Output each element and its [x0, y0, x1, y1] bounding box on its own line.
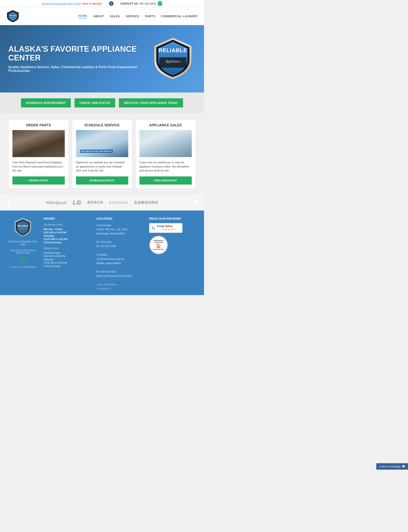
anc-sat: Saturday: [43, 234, 92, 237]
hero-text: ALASKA'S FAVORITE APPLIANCE CENTER Quali…: [8, 45, 144, 73]
nav-service[interactable]: SERVICE: [126, 15, 139, 18]
google-rating-info: Google Rating 4.7 ★★★★½: [157, 225, 176, 231]
nav-links: HOME ABOUT SALES SERVICE PARTS COMMERCIA…: [78, 14, 198, 18]
was-mf: Monday-Friday: [43, 251, 92, 254]
nav-sales[interactable]: SALES: [110, 15, 120, 18]
footer: RELIABLE Appliance Servicing Anchorage s…: [0, 211, 204, 295]
logo-shield-icon: RELIABLE Appliance: [6, 9, 20, 23]
footer-location-col: LOCATION In Anchorage: 1200 E 76th Ave.,…: [96, 217, 145, 291]
recycle-icon: ♻: [6, 255, 39, 265]
bosch-brand: BOSCH: [88, 200, 103, 205]
order-parts-image: [12, 130, 65, 157]
check-job-status-button[interactable]: CHECK JOB STATUS: [75, 98, 115, 107]
schedule-track-button[interactable]: SCHEDULE/TRACK: [76, 177, 128, 185]
homeadvisor-badge[interactable]: SCREENED &APPROVED 🏠 HomeAdvisor: [149, 236, 168, 254]
recycle-appliance-button[interactable]: RECYCLE YOUR APPLIANCE TODAY: [119, 98, 183, 107]
schedule-service-card: SCHEDULE SERVICE Right from our website …: [72, 119, 132, 188]
google-g-icon: G: [152, 225, 155, 231]
anc-ph: PH: 522.4041: [96, 240, 145, 244]
appliance-sales-image: [139, 130, 192, 157]
nav-parts[interactable]: PARTS: [145, 15, 155, 18]
separator: [105, 2, 106, 5]
nav-commercial[interactable]: COMMERCIAL LAUNDRY: [161, 15, 198, 18]
google-stars: ★★★★½: [162, 228, 176, 231]
nav-about[interactable]: ABOUT: [93, 15, 104, 18]
anc-addr1: 1200 E 76th Ave., Ste. 1204: [96, 227, 145, 231]
wasilla-text: Now in Wasilla!: [82, 2, 102, 5]
nav-home[interactable]: HOME: [78, 14, 87, 18]
was-header: In Wasilla:: [96, 253, 145, 257]
anc-mf-hours: 8:00 AM to 5:00 PM: [43, 231, 92, 234]
schedule-service-title: SCHEDULE SERVICE: [84, 124, 119, 127]
brands-list: Whirlpool LG BOSCH Electrolux SAMSUNG: [11, 199, 193, 206]
footer-recycle-title: RELIABLE APPLIANCE RECYCLING: [6, 249, 39, 254]
google-rating-label: Google Rating: [157, 225, 176, 227]
order-parts-button[interactable]: ORDER PARTS: [12, 177, 65, 185]
recycle-icon[interactable]: ♻: [158, 1, 162, 6]
sales-image-bg: [139, 130, 192, 157]
svg-text:Appliance: Appliance: [19, 228, 26, 230]
footer-logo: RELIABLE Appliance: [12, 217, 33, 238]
electrolux-brand: Electrolux: [109, 201, 128, 204]
appliance-sales-desc: Come visit our warehouse or view our app…: [139, 160, 192, 173]
hero-logo: RELIABLE Appliance: [150, 35, 196, 82]
anchorage-label: Anchorage Hours: [43, 223, 92, 226]
was-sun: Closed Sunday: [43, 265, 92, 268]
hero-subtitle: Quality Appliance Service, Sales, Commer…: [8, 65, 144, 73]
parts-image-bg: [12, 130, 65, 157]
wasilla-hours: Wasilla Hours Monday-Friday 9:00 AM to 5…: [43, 247, 92, 268]
facebook-icon[interactable]: f: [109, 1, 113, 6]
main-nav: RELIABLE Appliance HOME ABOUT SALES SERV…: [0, 7, 204, 25]
svg-text:Appliance: Appliance: [11, 17, 15, 18]
google-rating-badge[interactable]: G Google Rating 4.7 ★★★★½: [149, 223, 182, 233]
anc-sat-hours: 10:00 AM to 2:00 PM: [43, 238, 92, 241]
anc-mf: Monday - Friday: [43, 228, 92, 231]
logo[interactable]: RELIABLE Appliance: [6, 9, 20, 23]
was-ph: PH: 907.522.4071: [96, 270, 145, 274]
ha-screened-text: SCREENED &APPROVED: [153, 239, 164, 243]
google-rating-number: 4.7: [157, 227, 162, 231]
was-ph-note: (Must hit the prompt for SALES): [96, 274, 145, 278]
map-directions-link[interactable]: » Map & Directions: [96, 283, 117, 286]
footer-reviews-title: READ OUR REVIEWS: [149, 217, 198, 220]
footer-serving: Servicing Anchorage since 1995: [6, 240, 39, 246]
was-sat-hours: 10:00 AM to 2:00 PM: [43, 261, 92, 264]
appliance-sales-card: APPLIANCE SALES Come visit our warehouse…: [136, 119, 196, 188]
anchorage-hours: Anchorage Hours Monday - Friday 8:00 AM …: [43, 223, 92, 244]
anc-fx: FX: 907.522.4036: [96, 244, 145, 248]
anc-sun: Closed Sunday: [43, 241, 92, 244]
was-mf-hours: 9:00 AM to 5:00 PM: [43, 255, 92, 258]
contact-us-footer-link[interactable]: » Contact Us: [96, 287, 110, 290]
phone-number: 907.522.4041: [139, 2, 156, 5]
hero-title: ALASKA'S FAVORITE APPLIANCE CENTER: [8, 45, 144, 62]
svg-text:RELIABLE: RELIABLE: [18, 225, 28, 227]
footer-hours-col: HOURS Anchorage Hours Monday - Friday 8:…: [43, 217, 92, 291]
anchorage-location: In Anchorage: 1200 E 76th Ave., Ste. 120…: [96, 223, 145, 291]
footer-location-title: LOCATION: [96, 217, 145, 220]
order-parts-title: ORDER PARTS: [26, 124, 51, 127]
separator2: [117, 2, 117, 5]
samsung-brand: SAMSUNG: [134, 200, 158, 205]
brands-section: ‹ Whirlpool LG BOSCH Electrolux SAMSUNG …: [0, 195, 204, 211]
footer-logo-col: RELIABLE Appliance Servicing Anchorage s…: [6, 217, 39, 291]
svg-text:RELIABLE: RELIABLE: [159, 47, 187, 53]
contact-us-link[interactable]: CONTACT US: [120, 2, 138, 5]
learn-more-link[interactable]: CLICK TO LEARN MORE: [6, 266, 39, 268]
service-image-bg: [76, 130, 128, 157]
schedule-service-image: [76, 130, 128, 157]
hero-section: ALASKA'S FAVORITE APPLIANCE CENTER Quali…: [0, 25, 204, 92]
anc-addr2: Anchorage, Alaska 99518: [96, 231, 145, 236]
schedule-service-desc: Right from our website you can schedule …: [76, 160, 128, 173]
brands-next-button[interactable]: ›: [193, 199, 200, 206]
top-bar: Servicing Anchorage Since 1995 Now in Wa…: [0, 0, 204, 7]
order-parts-card: ORDER PARTS Free Parts Research and Dire…: [8, 119, 69, 188]
footer-hours-title: HOURS: [43, 217, 92, 220]
svg-text:RELIABLE: RELIABLE: [9, 15, 17, 16]
brands-prev-button[interactable]: ‹: [4, 199, 11, 206]
whirlpool-brand: Whirlpool: [46, 200, 67, 205]
svg-text:Appliance: Appliance: [165, 59, 180, 63]
google-rating-row: 4.7 ★★★★½: [157, 227, 176, 231]
cta-section: SCHEDULE APPOINTMENT CHECK JOB STATUS RE…: [0, 92, 204, 113]
schedule-appointment-button[interactable]: SCHEDULE APPOINTMENT: [21, 98, 71, 107]
view-inventory-button[interactable]: VIEW INVENTORY: [139, 177, 192, 185]
